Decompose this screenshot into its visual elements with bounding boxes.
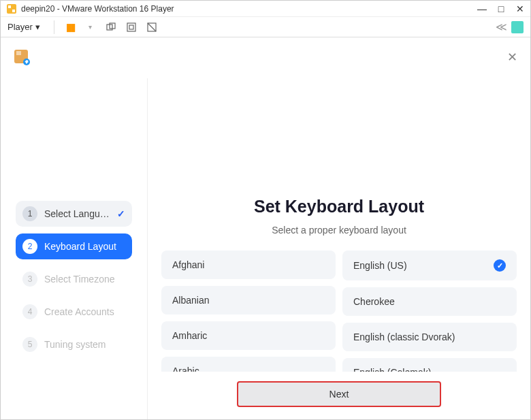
minimize-button[interactable]: — <box>477 4 487 14</box>
step-create-accounts: 4 Create Accounts <box>16 299 132 325</box>
svg-rect-1 <box>8 5 11 8</box>
main-panel: Set Keyboard Layout Select a proper keyb… <box>147 78 530 419</box>
send-ctrl-alt-del-icon[interactable] <box>104 20 118 34</box>
fullscreen-icon[interactable] <box>125 20 138 34</box>
window-title: deepin20 - VMware Workstation 16 Player <box>21 4 477 14</box>
step-select-language[interactable]: 1 Select Langu… ✓ <box>16 201 132 227</box>
toolbar: Player ▾ ▮▮ ▾ ≪ <box>1 17 530 37</box>
page-subtitle: Select a proper keyboard layout <box>156 225 522 236</box>
close-window-button[interactable]: ✕ <box>515 4 525 14</box>
layout-item-label: Cherokee <box>353 296 506 307</box>
keyboard-layout-list: Afghani Albanian Amharic Arabic <box>156 251 522 387</box>
layout-item-afghani[interactable]: Afghani <box>161 251 336 279</box>
step-label: Select Timezone <box>44 274 125 285</box>
check-icon: ✓ <box>117 208 125 219</box>
message-log-icon[interactable] <box>511 21 524 33</box>
step-label: Create Accounts <box>44 306 125 317</box>
step-number: 2 <box>22 239 37 254</box>
svg-line-8 <box>148 23 156 31</box>
layout-item-label: English (classic Dvorak) <box>353 332 506 342</box>
window-title-bar: deepin20 - VMware Workstation 16 Player … <box>1 1 530 17</box>
layout-column-left: Afghani Albanian Amharic Arabic <box>161 251 336 387</box>
step-number: 4 <box>22 304 37 319</box>
installer-header: ✕ <box>1 37 530 71</box>
layout-item-label: English (US) <box>353 260 494 271</box>
layout-item-amharic[interactable]: Amharic <box>161 321 336 350</box>
deepin-logo-icon <box>13 48 31 66</box>
layout-column-right: English (US) ✓ Cherokee English (classic… <box>342 251 517 387</box>
selected-check-icon: ✓ <box>494 259 506 272</box>
step-number: 5 <box>22 337 37 352</box>
footer: Next <box>148 372 530 407</box>
installer-window: ✕ 1 Select Langu… ✓ 2 Keyboard Layout 3 … <box>1 37 530 419</box>
layout-item-label: Amharic <box>172 330 325 341</box>
layout-item-english-dvorak[interactable]: English (classic Dvorak) <box>342 323 517 351</box>
layout-item-label: Albanian <box>172 295 325 306</box>
step-number: 1 <box>22 206 37 221</box>
layout-item-albanian[interactable]: Albanian <box>161 286 336 314</box>
pause-icon[interactable]: ▮▮ <box>63 20 77 34</box>
toolbar-divider <box>54 20 54 34</box>
player-menu-label: Player <box>7 22 33 32</box>
chevron-down-icon: ▾ <box>35 22 40 32</box>
step-keyboard-layout[interactable]: 2 Keyboard Layout <box>16 233 132 259</box>
layout-item-english-us[interactable]: English (US) ✓ <box>342 251 517 280</box>
svg-rect-2 <box>12 10 15 12</box>
player-menu[interactable]: Player ▾ <box>7 22 40 32</box>
page-title: Set Keyboard Layout <box>156 197 522 216</box>
svg-rect-5 <box>127 23 135 31</box>
unity-icon[interactable] <box>145 20 159 34</box>
step-tuning-system: 5 Tuning system <box>16 332 132 357</box>
step-label: Tuning system <box>44 339 125 350</box>
next-button[interactable]: Next <box>237 381 441 407</box>
rewind-icon[interactable]: ≪ <box>494 20 508 34</box>
svg-rect-6 <box>129 25 133 29</box>
step-label: Select Langu… <box>44 208 110 219</box>
layout-item-label: Afghani <box>172 259 325 270</box>
vmware-app-icon <box>6 3 17 14</box>
steps-sidebar: 1 Select Langu… ✓ 2 Keyboard Layout 3 Se… <box>1 78 147 419</box>
step-select-timezone: 3 Select Timezone <box>16 266 132 292</box>
next-button-label: Next <box>329 389 349 400</box>
maximize-button[interactable]: □ <box>496 4 506 14</box>
close-icon[interactable]: ✕ <box>506 51 518 63</box>
step-number: 3 <box>22 272 37 287</box>
step-label: Keyboard Layout <box>44 241 125 252</box>
layout-item-cherokee[interactable]: Cherokee <box>342 287 517 316</box>
chevron-down-icon[interactable]: ▾ <box>84 20 97 34</box>
